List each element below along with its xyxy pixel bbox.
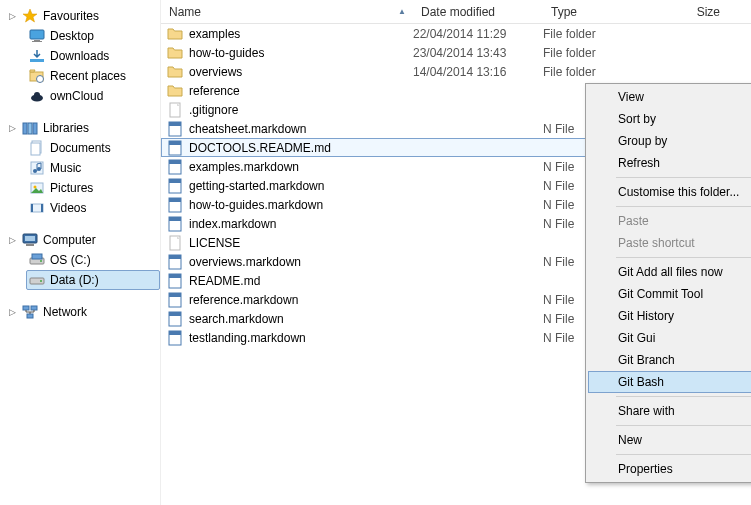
file-name-label: examples.markdown	[189, 160, 299, 174]
caret-icon: ▷	[8, 124, 17, 133]
file-icon	[167, 235, 183, 251]
column-name[interactable]: Name▲	[161, 0, 413, 23]
file-name-label: .gitignore	[189, 103, 238, 117]
column-type[interactable]: Type	[543, 0, 658, 23]
file-icon	[167, 102, 183, 118]
file-row[interactable]: overviews14/04/2014 13:16File folder	[161, 62, 751, 81]
sort-asc-icon: ▲	[398, 7, 406, 16]
file-name-label: overviews	[189, 65, 242, 79]
file-icon	[167, 292, 183, 308]
menu-git-commit[interactable]: Git Commit Tool	[588, 283, 751, 305]
menu-properties[interactable]: Properties	[588, 458, 751, 480]
column-size[interactable]: Size	[658, 0, 751, 23]
file-row[interactable]: examples22/04/2014 11:29File folder	[161, 24, 751, 43]
sidebar-item-downloads[interactable]: Downloads	[26, 46, 160, 66]
sidebar-item-desktop[interactable]: Desktop	[26, 26, 160, 46]
menu-paste: Paste	[588, 210, 751, 232]
folder-icon	[167, 26, 183, 42]
menu-separator	[616, 257, 751, 258]
svg-rect-45	[169, 217, 181, 221]
menu-new[interactable]: New▶	[588, 429, 751, 451]
menu-git-add[interactable]: Git Add all files now	[588, 261, 751, 283]
menu-share-with[interactable]: Share with▶	[588, 400, 751, 422]
owncloud-icon	[29, 88, 45, 104]
svg-rect-26	[32, 254, 42, 259]
context-menu: View▶ Sort by▶ Group by▶ Refresh Customi…	[585, 83, 751, 483]
pictures-icon	[29, 180, 45, 196]
svg-point-27	[40, 260, 42, 262]
svg-rect-43	[169, 198, 181, 202]
sidebar-item-pictures[interactable]: Pictures	[26, 178, 160, 198]
network-icon	[22, 304, 38, 320]
file-name-label: getting-started.markdown	[189, 179, 324, 193]
svg-point-8	[34, 92, 40, 98]
file-row[interactable]: how-to-guides23/04/2014 13:43File folder	[161, 43, 751, 62]
sidebar-item-documents[interactable]: Documents	[26, 138, 160, 158]
svg-rect-41	[169, 179, 181, 183]
svg-rect-54	[169, 312, 181, 316]
svg-point-16	[37, 167, 41, 171]
svg-rect-3	[32, 41, 42, 42]
folder-icon	[167, 83, 183, 99]
svg-rect-23	[25, 236, 35, 241]
sidebar-item-osc[interactable]: OS (C:)	[26, 250, 160, 270]
favourites-header[interactable]: ▷ Favourites	[8, 6, 160, 26]
music-icon	[29, 160, 45, 176]
recent-icon	[29, 68, 45, 84]
svg-marker-0	[23, 9, 37, 22]
menu-git-branch[interactable]: Git Branch▶	[588, 349, 751, 371]
file-name-label: search.markdown	[189, 312, 284, 326]
folder-icon	[167, 64, 183, 80]
svg-rect-32	[27, 314, 33, 318]
svg-rect-2	[34, 40, 40, 41]
file-name-label: LICENSE	[189, 236, 240, 250]
libraries-header[interactable]: ▷ Libraries	[8, 118, 160, 138]
file-date: 22/04/2014 11:29	[413, 27, 543, 41]
svg-rect-35	[169, 122, 181, 126]
file-pane: Name▲ Date modified Type Size examples22…	[161, 0, 751, 505]
favourites-label: Favourites	[43, 9, 99, 23]
sidebar-item-owncloud[interactable]: ownCloud	[26, 86, 160, 106]
computer-icon	[22, 232, 38, 248]
file-icon	[167, 197, 183, 213]
computer-header[interactable]: ▷ Computer	[8, 230, 160, 250]
svg-rect-1	[30, 30, 44, 39]
file-name-label: reference.markdown	[189, 293, 298, 307]
menu-sortby[interactable]: Sort by▶	[588, 108, 751, 130]
sidebar-item-videos[interactable]: Videos	[26, 198, 160, 218]
menu-git-history[interactable]: Git History	[588, 305, 751, 327]
column-date[interactable]: Date modified	[413, 0, 543, 23]
file-icon	[167, 254, 183, 270]
file-name-label: cheatsheet.markdown	[189, 122, 306, 136]
svg-rect-9	[23, 123, 27, 134]
menu-separator	[616, 177, 751, 178]
file-date: 14/04/2014 13:16	[413, 65, 543, 79]
menu-git-bash[interactable]: Git Bash	[588, 371, 751, 393]
svg-rect-20	[31, 204, 33, 212]
file-name-label: DOCTOOLS.README.md	[189, 141, 331, 155]
svg-rect-56	[169, 331, 181, 335]
menu-customise[interactable]: Customise this folder...	[588, 181, 751, 203]
star-icon	[22, 8, 38, 24]
drive-icon	[29, 272, 45, 288]
desktop-icon	[29, 28, 45, 44]
menu-git-gui[interactable]: Git Gui	[588, 327, 751, 349]
documents-icon	[29, 140, 45, 156]
file-name-label: testlanding.markdown	[189, 331, 306, 345]
column-headers: Name▲ Date modified Type Size	[161, 0, 751, 24]
menu-refresh[interactable]: Refresh	[588, 152, 751, 174]
sidebar-item-music[interactable]: Music	[26, 158, 160, 178]
network-header[interactable]: ▷ Network	[8, 302, 160, 322]
svg-rect-31	[31, 306, 37, 310]
network-label: Network	[43, 305, 87, 319]
svg-rect-39	[169, 160, 181, 164]
svg-rect-37	[169, 141, 181, 145]
menu-groupby[interactable]: Group by▶	[588, 130, 751, 152]
menu-separator	[616, 206, 751, 207]
sidebar-item-datad[interactable]: Data (D:)	[26, 270, 160, 290]
sidebar-item-recent[interactable]: Recent places	[26, 66, 160, 86]
menu-view[interactable]: View▶	[588, 86, 751, 108]
file-name-label: how-to-guides	[189, 46, 264, 60]
folder-icon	[167, 45, 183, 61]
svg-rect-52	[169, 293, 181, 297]
